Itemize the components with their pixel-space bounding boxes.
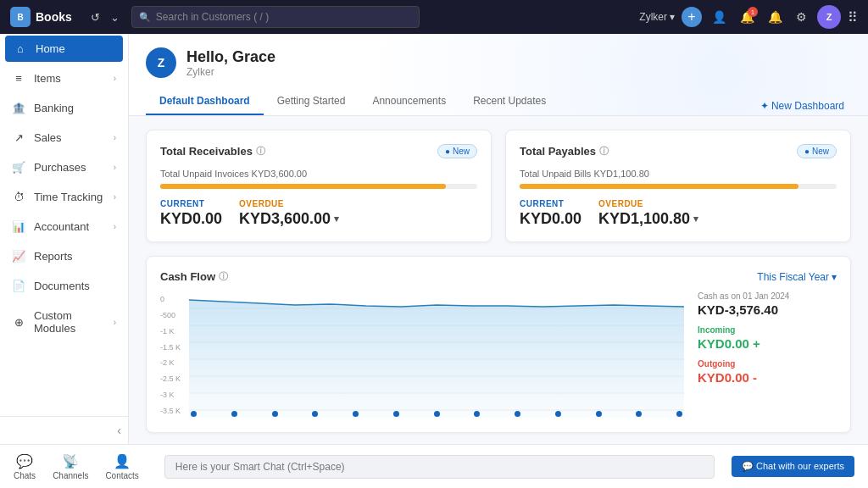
tab-default-dashboard[interactable]: Default Dashboard: [146, 88, 264, 115]
main-content: Z Hello, Grace Zylker Default Dashboard …: [129, 34, 868, 444]
tab-getting-started[interactable]: Getting Started: [264, 88, 359, 115]
payables-current-value: KYD0.00: [520, 210, 581, 228]
sidebar-item-label: Banking: [34, 102, 74, 114]
notification-badge: 1: [748, 7, 758, 17]
incoming-row: Incoming KYD0.00 +: [698, 325, 837, 351]
settings-icon-btn[interactable]: ⚙: [793, 7, 810, 27]
sidebar-item-banking[interactable]: 🏦 Banking: [0, 93, 128, 123]
receivables-subtitle: Total Unpaid Invoices KYD3,600.00: [160, 169, 477, 179]
incoming-suffix: +: [753, 336, 760, 351]
items-icon: ≡: [12, 72, 25, 85]
search-bar[interactable]: 🔍: [131, 6, 420, 28]
metrics-cards-row: Total Receivables ⓘ ● New Total Unpaid I…: [146, 130, 851, 242]
tab-recent-updates[interactable]: Recent Updates: [459, 88, 559, 115]
payables-info-icon[interactable]: ⓘ: [599, 145, 609, 158]
cashflow-card: Cash Flow ⓘ This Fiscal Year ▾ 0 -500 -1…: [146, 256, 851, 433]
cashflow-header: Cash Flow ⓘ This Fiscal Year ▾: [160, 270, 837, 283]
sidebar-item-label: Accountant: [34, 220, 89, 233]
layout: ⌂ Home ≡ Items › 🏦 Banking ↗ Sales › 🛒 P…: [0, 34, 868, 444]
sidebar-item-purchases[interactable]: 🛒 Purchases ›: [0, 152, 128, 182]
contacts-icon-btn[interactable]: 👤: [709, 7, 730, 27]
app-logo[interactable]: B Books: [10, 7, 72, 27]
sidebar-item-accountant[interactable]: 📊 Accountant ›: [0, 212, 128, 241]
sidebar-item-custom-modules[interactable]: ⊕ Custom Modules ›: [0, 301, 128, 343]
y-label: -500: [160, 311, 187, 319]
cashflow-stats: Cash as on 01 Jan 2024 KYD-3,576.40 Inco…: [684, 291, 837, 419]
main-header: Z Hello, Grace Zylker Default Dashboard …: [129, 34, 868, 116]
notifications-icon-btn[interactable]: 🔔 1: [737, 7, 758, 27]
contacts-icon: 👤: [114, 453, 131, 469]
y-label: -3 K: [160, 391, 187, 399]
fiscal-year-dropdown[interactable]: This Fiscal Year ▾: [757, 271, 837, 283]
sidebar-item-documents[interactable]: 📄 Documents: [0, 271, 128, 301]
y-label: 0: [160, 295, 187, 303]
bottombar-channels[interactable]: 📡 Channels: [53, 453, 88, 480]
topbar-nav: ↺ ⌄: [87, 8, 123, 27]
bottombar: 💬 Chats 📡 Channels 👤 Contacts Here is yo…: [0, 444, 868, 488]
chart-svg-wrapper: [189, 291, 684, 419]
sidebar-item-label: Time Tracking: [34, 191, 103, 203]
sidebar-item-home[interactable]: ⌂ Home: [5, 36, 123, 62]
incoming-value: KYD0.00 +: [698, 336, 837, 351]
channels-icon: 📡: [62, 453, 79, 469]
tab-announcements[interactable]: Announcements: [359, 88, 459, 115]
cashflow-body: 0 -500 -1 K -1.5 K -2 K -2.5 K -3 K -3.5…: [160, 291, 837, 419]
smart-chat-bar[interactable]: Here is your Smart Chat (Ctrl+Space): [164, 455, 715, 479]
bottombar-contacts[interactable]: 👤 Contacts: [105, 453, 138, 480]
cash-as-of-value: KYD-3,576.40: [698, 302, 837, 317]
search-icon: 🔍: [139, 12, 151, 23]
greeting-avatar: Z: [146, 47, 176, 78]
outgoing-value: KYD0.00 -: [698, 370, 837, 385]
receivables-current-value: KYD0.00: [160, 210, 222, 228]
add-button[interactable]: +: [682, 7, 702, 27]
logo-icon: B: [10, 7, 31, 27]
nav-dropdown-button[interactable]: ⌄: [107, 8, 123, 27]
payables-progress-bar: [520, 184, 798, 189]
sidebar-item-reports[interactable]: 📈 Reports: [0, 241, 128, 271]
refresh-button[interactable]: ↺: [87, 8, 103, 27]
purchases-icon: 🛒: [12, 161, 25, 174]
payables-current-label: CURRENT: [520, 199, 581, 208]
banking-icon: 🏦: [12, 102, 25, 114]
user-label[interactable]: Zylker ▾: [639, 11, 675, 23]
topbar-right: Zylker ▾ + 👤 🔔 1 🔔 ⚙ Z ⠿: [639, 5, 858, 29]
new-dashboard-button[interactable]: ✦ New Dashboard: [754, 97, 851, 115]
payables-overdue-value[interactable]: KYD1,100.80 ▾: [598, 210, 698, 228]
receivables-current-metric: CURRENT KYD0.00: [160, 199, 222, 228]
receivables-overdue-value[interactable]: KYD3,600.00 ▾: [239, 210, 339, 228]
receivables-info-icon[interactable]: ⓘ: [256, 145, 265, 158]
chart-dot: [555, 411, 561, 417]
channels-label: Channels: [53, 471, 88, 480]
topbar: B Books ↺ ⌄ 🔍 Zylker ▾ + 👤 🔔 1 🔔 ⚙ Z ⠿: [0, 0, 868, 34]
payables-new-badge[interactable]: ● New: [797, 144, 837, 158]
bottombar-chats[interactable]: 💬 Chats: [14, 453, 36, 480]
chats-icon: 💬: [16, 453, 33, 469]
receivables-overdue-label: OVERDUE: [239, 199, 339, 208]
outgoing-row: Outgoing KYD0.00 -: [698, 359, 837, 385]
receivables-overdue-dropdown-icon[interactable]: ▾: [334, 214, 339, 225]
grid-icon[interactable]: ⠿: [848, 9, 858, 25]
avatar[interactable]: Z: [817, 5, 841, 29]
alerts-icon-btn[interactable]: 🔔: [765, 7, 786, 27]
arrow-icon: ›: [114, 133, 116, 142]
chart-dot: [312, 411, 318, 417]
arrow-icon: ›: [114, 163, 116, 172]
sidebar-collapse-button[interactable]: ‹: [117, 424, 121, 437]
accountant-icon: 📊: [12, 220, 25, 233]
time-tracking-icon: ⏱: [12, 191, 25, 203]
sidebar-item-sales[interactable]: ↗ Sales ›: [0, 123, 128, 152]
sidebar-item-items[interactable]: ≡ Items ›: [0, 64, 128, 93]
arrow-icon: ›: [114, 192, 116, 202]
receivables-metrics: CURRENT KYD0.00 OVERDUE KYD3,600.00 ▾: [160, 199, 477, 228]
sidebar-item-time-tracking[interactable]: ⏱ Time Tracking ›: [0, 182, 128, 212]
chart-dot: [515, 411, 520, 417]
sidebar-footer: ‹: [0, 416, 128, 444]
sidebar-item-label: Reports: [34, 250, 73, 263]
payables-overdue-dropdown-icon[interactable]: ▾: [693, 214, 698, 225]
cashflow-svg: [189, 291, 684, 419]
cashflow-info-icon[interactable]: ⓘ: [219, 270, 228, 283]
chart-dot: [353, 411, 359, 417]
search-input[interactable]: [156, 11, 412, 23]
receivables-new-badge[interactable]: ● New: [437, 144, 477, 158]
chat-experts-button[interactable]: 💬 Chat with our experts: [732, 456, 854, 477]
